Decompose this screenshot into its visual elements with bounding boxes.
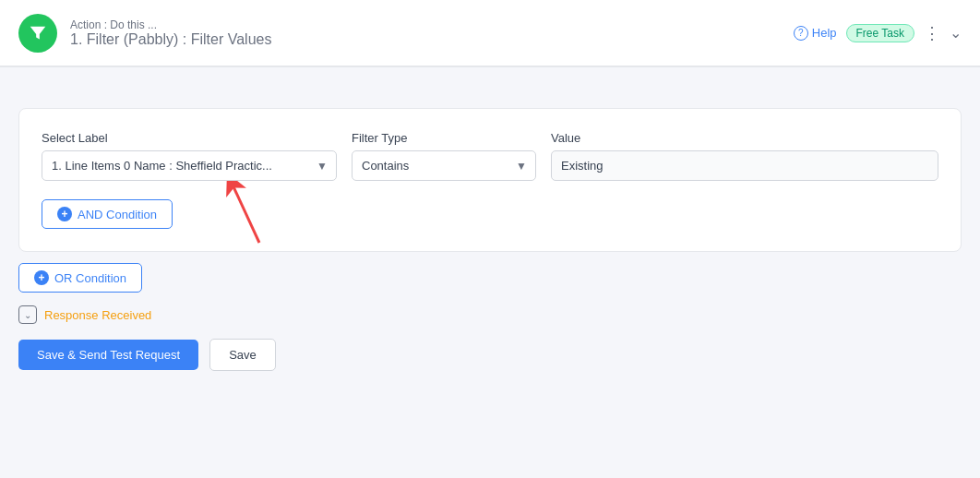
save-button[interactable]: Save: [209, 339, 276, 371]
filter-card: Select Label 1. Line Items 0 Name : Shef…: [18, 108, 962, 252]
value-header: Value: [551, 131, 938, 145]
or-condition-label: OR Condition: [54, 271, 126, 285]
bottom-actions: Save & Send Test Request Save: [18, 339, 962, 371]
response-received-row: ⌄ Response Received: [18, 305, 962, 324]
response-received-text: Response Received: [44, 308, 151, 322]
action-title: 1. Filter (Pabbly) : Filter Values: [70, 31, 271, 48]
select-label-wrapper: 1. Line Items 0 Name : Sheffield Practic…: [42, 150, 337, 181]
header: Action : Do this ... 1. Filter (Pabbly) …: [0, 0, 980, 66]
header-text: Action : Do this ... 1. Filter (Pabbly) …: [70, 18, 271, 48]
response-received-icon: ⌄: [18, 305, 37, 324]
svg-line-0: [232, 183, 259, 243]
header-right: ? Help Free Task ⋮ ⌄: [794, 23, 962, 43]
header-separator: [0, 66, 980, 67]
free-task-badge: Free Task: [846, 24, 914, 42]
help-link[interactable]: ? Help: [794, 26, 837, 41]
funnel-icon: [28, 23, 48, 43]
and-plus-icon: +: [57, 207, 72, 221]
filter-row: Select Label 1. Line Items 0 Name : Shef…: [42, 131, 938, 181]
more-options-icon[interactable]: ⋮: [924, 23, 940, 43]
or-plus-icon: +: [34, 270, 49, 285]
filter-type-field: Filter Type Contains ▼: [352, 131, 536, 181]
help-label: Help: [812, 26, 837, 40]
action-title-main: 1. Filter (Pabbly) :: [70, 31, 186, 47]
save-send-button[interactable]: Save & Send Test Request: [18, 340, 198, 370]
action-title-sub: Filter Values: [186, 31, 271, 47]
select-label-field: Select Label 1. Line Items 0 Name : Shef…: [42, 131, 337, 181]
value-input[interactable]: [551, 150, 938, 181]
header-left: Action : Do this ... 1. Filter (Pabbly) …: [18, 14, 271, 53]
chevron-down-icon[interactable]: ⌄: [950, 24, 962, 42]
filter-type-wrapper: Contains ▼: [352, 150, 536, 181]
and-condition-label: AND Condition: [78, 208, 157, 221]
action-pre-label: Action : Do this ...: [70, 18, 271, 31]
help-icon: ?: [794, 26, 808, 41]
main-content: Select Label 1. Line Items 0 Name : Shef…: [0, 86, 980, 478]
select-label-dropdown[interactable]: 1. Line Items 0 Name : Sheffield Practic…: [42, 150, 337, 181]
or-condition-button[interactable]: + OR Condition: [18, 263, 142, 293]
and-condition-button[interactable]: + AND Condition: [42, 199, 173, 229]
filter-type-dropdown[interactable]: Contains: [352, 150, 536, 181]
select-label-header: Select Label: [42, 131, 337, 145]
filter-app-icon: [18, 14, 57, 53]
value-field: Value: [551, 131, 938, 181]
filter-type-header: Filter Type: [352, 131, 536, 145]
